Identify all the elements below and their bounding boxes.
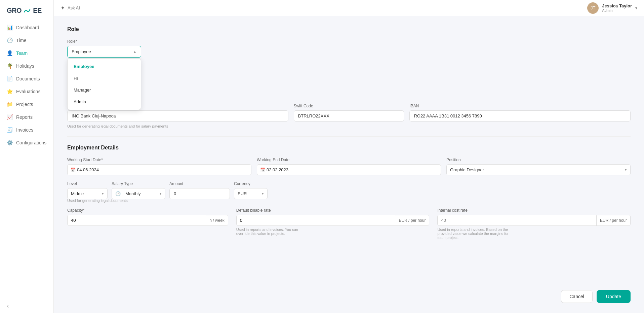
ai-icon: ✦ (61, 5, 65, 11)
sidebar-label-team: Team (16, 50, 28, 56)
sidebar-item-invoices[interactable]: 🧾 Invoices (0, 124, 53, 136)
amount-label: Amount (169, 181, 230, 186)
role-dropdown: Employee Hr Manager Admin (67, 58, 141, 110)
end-date-input[interactable] (257, 164, 441, 175)
cancel-button[interactable]: Cancel (561, 290, 593, 303)
billable-input[interactable] (237, 215, 395, 225)
internal-label: Internal cost rate (437, 208, 631, 213)
sidebar-nav: 📊 Dashboard 🕐 Time 👤 Team 🌴 Holidays 📄 D… (0, 21, 53, 149)
billable-col: Default billable rate EUR / per hour Use… (236, 208, 430, 236)
sidebar-label-dashboard: Dashboard (16, 25, 39, 30)
evaluations-icon: ⭐ (7, 89, 13, 95)
start-date-col: Working Start Date* 📅 (67, 158, 251, 175)
iban-label: IBAN (409, 104, 631, 108)
sidebar-item-reports[interactable]: 📈 Reports (0, 111, 53, 124)
billable-input-wrap: EUR / per hour (236, 215, 430, 226)
salary-row: Level Middle ▾ Salary Type 🕐 Monthly ▾ (67, 181, 631, 199)
role-label: Role* (67, 39, 631, 44)
user-info: Jessica Taylor Admin (602, 3, 632, 12)
user-menu[interactable]: JT Jessica Taylor Admin ▾ (587, 2, 637, 14)
employment-section: Employment Details Working Start Date* 📅… (67, 145, 631, 240)
position-select[interactable]: Graphic Designer ▾ (446, 164, 631, 175)
projects-icon: 📁 (7, 101, 13, 107)
holidays-icon: 🌴 (7, 63, 13, 69)
section-divider (67, 136, 631, 137)
currency-value: EUR (238, 191, 247, 196)
level-chevron-icon: ▾ (102, 192, 104, 196)
amount-col: Amount (169, 181, 230, 199)
swift-label: Swift Code (294, 104, 404, 108)
salary-type-chevron-icon: ▾ (160, 192, 162, 196)
internal-input[interactable] (438, 215, 596, 225)
role-section: Role Role* Employee ▲ Employee (67, 26, 631, 58)
position-label: Position (446, 158, 631, 162)
capacity-col: Capacity* h / week (67, 208, 228, 226)
logo-accent (22, 7, 33, 14)
sidebar-label-configurations: Configurations (16, 140, 46, 145)
role-option-admin[interactable]: Admin (68, 96, 141, 108)
salary-type-value: Monthly (125, 191, 157, 196)
internal-suffix: EUR / per hour (596, 215, 630, 225)
bank-input[interactable] (67, 110, 288, 121)
avatar: JT (587, 2, 599, 14)
role-option-hr-label: Hr (74, 76, 78, 81)
sidebar-item-team[interactable]: 👤 Team (0, 47, 53, 60)
sidebar-item-time[interactable]: 🕐 Time (0, 34, 53, 47)
sidebar-item-configurations[interactable]: ⚙️ Configurations (0, 136, 53, 149)
time-icon: 🕐 (7, 37, 13, 43)
chevron-down-icon: ▾ (635, 6, 637, 10)
sidebar-item-evaluations[interactable]: ⭐ Evaluations (0, 85, 53, 98)
app-layout: GRO EE 📊 Dashboard 🕐 Time 👤 Team 🌴 Ho (0, 0, 644, 313)
bank-hint: Used for generating legal documents and … (67, 124, 631, 128)
capacity-input[interactable] (68, 215, 206, 225)
role-option-manager[interactable]: Manager (68, 84, 141, 96)
role-section-title: Role (67, 26, 631, 32)
ask-ai-button[interactable]: ✦ Ask AI (61, 5, 80, 11)
sidebar-label-holidays: Holidays (16, 63, 34, 69)
content: Role Role* Employee ▲ Employee (54, 16, 644, 313)
currency-chevron-icon: ▾ (262, 192, 264, 196)
ask-ai-label: Ask AI (68, 5, 80, 10)
chevron-up-icon: ▲ (133, 49, 137, 54)
amount-input[interactable] (169, 188, 230, 199)
iban-input[interactable] (409, 110, 631, 121)
iban-field-wrap: IBAN (409, 104, 631, 121)
currency-col: Currency EUR ▾ (234, 181, 268, 199)
team-icon: 👤 (7, 50, 13, 56)
sidebar-collapse-button[interactable]: ‹ (0, 299, 53, 313)
end-date-wrap: 📅 (257, 164, 441, 175)
role-select-button[interactable]: Employee ▲ (67, 46, 141, 58)
sidebar-item-dashboard[interactable]: 📊 Dashboard (0, 21, 53, 34)
update-button[interactable]: Update (597, 290, 631, 303)
bank-row: Bank Swift Code IBAN (67, 104, 631, 121)
sidebar: GRO EE 📊 Dashboard 🕐 Time 👤 Team 🌴 Ho (0, 0, 54, 313)
capacity-label: Capacity* (67, 208, 228, 213)
logo: GRO EE (0, 3, 53, 21)
role-option-employee-label: Employee (74, 64, 94, 69)
swift-field-wrap: Swift Code (294, 104, 404, 121)
start-date-input[interactable] (67, 164, 251, 175)
swift-input[interactable] (294, 110, 404, 121)
invoices-icon: 🧾 (7, 127, 13, 133)
level-col: Level Middle ▾ (67, 181, 108, 199)
start-date-label: Working Start Date* (67, 158, 251, 162)
calendar-end-icon: 📅 (260, 168, 265, 172)
currency-select[interactable]: EUR ▾ (234, 188, 268, 199)
level-value: Middle (71, 191, 84, 196)
role-option-hr[interactable]: Hr (68, 72, 141, 84)
salary-type-select[interactable]: 🕐 Monthly ▾ (112, 188, 165, 199)
capacity-suffix: h / week (206, 215, 228, 225)
role-option-employee[interactable]: Employee (68, 61, 141, 72)
level-select[interactable]: Middle ▾ (67, 188, 108, 199)
sidebar-item-projects[interactable]: 📁 Projects (0, 98, 53, 111)
position-value: Graphic Designer (450, 167, 484, 172)
sidebar-item-documents[interactable]: 📄 Documents (0, 72, 53, 85)
role-option-manager-label: Manager (74, 88, 91, 93)
sidebar-label-evaluations: Evaluations (16, 89, 40, 94)
position-col: Position Graphic Designer ▾ (446, 158, 631, 175)
configurations-icon: ⚙️ (7, 140, 13, 146)
sidebar-label-invoices: Invoices (16, 127, 33, 133)
sidebar-label-reports: Reports (16, 114, 33, 120)
capacity-row: Capacity* h / week Default billable rate… (67, 208, 631, 240)
sidebar-item-holidays[interactable]: 🌴 Holidays (0, 60, 53, 72)
